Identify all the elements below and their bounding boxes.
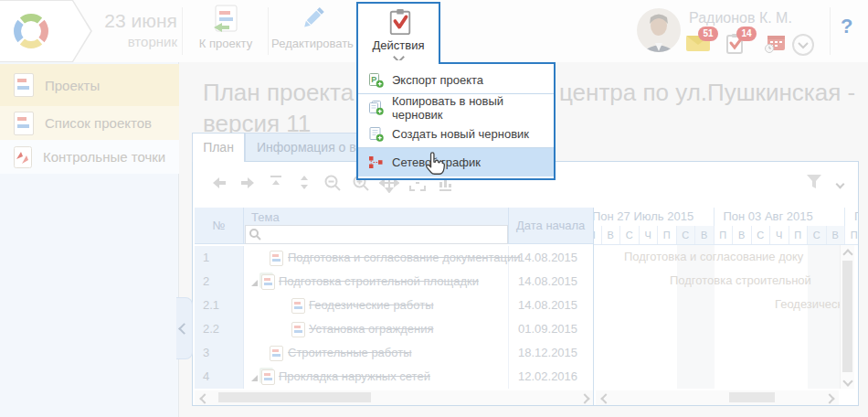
table-row[interactable]: 2 Подготовка строительной площадки 14.08… bbox=[195, 270, 594, 294]
sidebar-item-project-list[interactable]: Список проектов bbox=[0, 106, 179, 140]
pencil-icon bbox=[300, 5, 325, 32]
edit-button[interactable]: Редактировать bbox=[270, 0, 355, 62]
menu-item-export-project[interactable]: P Экспорт проекта bbox=[358, 66, 554, 93]
scrollbar-down-icon[interactable] bbox=[842, 376, 852, 386]
zoom-out-icon[interactable] bbox=[323, 173, 343, 193]
scrollbar-left-icon[interactable] bbox=[199, 393, 209, 403]
sidebar-item-projects[interactable]: Проекты bbox=[0, 64, 179, 106]
date-weekday: вторник bbox=[88, 33, 177, 51]
task-doc-icon bbox=[291, 322, 305, 337]
task-name: Строительные работы bbox=[288, 341, 412, 365]
divider bbox=[830, 7, 831, 55]
row-number: 2.2 bbox=[195, 317, 244, 341]
sidebar-item-milestones[interactable]: Контрольные точки bbox=[0, 140, 179, 174]
top-header: 23 июня вторник К проекту bbox=[0, 0, 868, 63]
user-name[interactable]: Радионов К. М. bbox=[689, 10, 844, 27]
task-doc-icon bbox=[270, 251, 283, 266]
milestones-icon bbox=[14, 146, 32, 168]
task-start-date: 12.02.2016 bbox=[509, 365, 594, 389]
task-doc-icon bbox=[291, 298, 305, 314]
gantt-panel: № Тема Дата начала 1 Подготовка bbox=[192, 161, 859, 406]
day-cell: С bbox=[808, 226, 827, 244]
expand-triangle-icon[interactable] bbox=[251, 375, 258, 381]
row-number: 4 bbox=[195, 365, 244, 389]
current-date: 23 июня вторник bbox=[88, 9, 177, 51]
dropdown-seam bbox=[358, 60, 439, 64]
user-photo bbox=[637, 8, 681, 52]
sidebar: Проекты Список проектов Контрольные точк… bbox=[0, 62, 179, 417]
scrollbar-right-icon[interactable] bbox=[824, 393, 834, 403]
row-number: 2.1 bbox=[195, 294, 244, 317]
task-start-date: 14.08.2015 bbox=[509, 294, 594, 317]
menu-item-network-diagram[interactable]: Сетевой график bbox=[358, 148, 554, 176]
week-header: Пон 03 Авг 2015 bbox=[715, 208, 846, 226]
theme-search-input[interactable] bbox=[245, 225, 508, 244]
scroll-right-icon[interactable] bbox=[238, 173, 258, 193]
app-window: 23 июня вторник К проекту bbox=[0, 0, 868, 417]
expand-triangle-icon[interactable] bbox=[251, 280, 258, 286]
task-doc-icon bbox=[270, 346, 283, 361]
app-logo[interactable] bbox=[0, 0, 92, 62]
week-header: Пон bbox=[845, 208, 858, 226]
task-start-date: 18.12.2015 bbox=[509, 341, 594, 365]
scroll-left-icon[interactable] bbox=[209, 173, 229, 193]
to-project-label: К проекту bbox=[185, 37, 267, 50]
table-row[interactable]: 2.2 Установка ограждения 01.09.2015 bbox=[195, 317, 594, 341]
menu-item-copy-to-draft[interactable]: Копировать в новый черновик bbox=[358, 94, 554, 121]
scrollbar-thumb[interactable] bbox=[842, 261, 852, 372]
sidebar-item-label: Проекты bbox=[45, 78, 100, 93]
day-cell: Ч bbox=[640, 226, 659, 244]
day-cell: Ч bbox=[770, 226, 789, 244]
actions-button[interactable]: Действия bbox=[356, 2, 440, 62]
gantt-bar-label: Геодезическ bbox=[775, 297, 842, 311]
task-name: Прокладка наружных сетей bbox=[279, 365, 430, 389]
table-row[interactable]: 1 Подготовка и согласование документации… bbox=[195, 246, 594, 270]
task-table: № Тема Дата начала 1 Подготовка bbox=[195, 208, 594, 405]
day-cell: П bbox=[789, 226, 809, 244]
row-number: 2 bbox=[195, 270, 244, 294]
sidebar-collapse-handle[interactable] bbox=[176, 297, 193, 359]
menu-item-create-draft[interactable]: Создать новый черновик bbox=[358, 121, 554, 147]
gantt-vertical-scrollbar[interactable] bbox=[840, 245, 854, 389]
mail-badge[interactable]: 51 bbox=[698, 27, 718, 41]
task-start-date: 01.09.2015 bbox=[509, 317, 594, 341]
scrollbar-thumb[interactable] bbox=[218, 392, 371, 402]
scrollbar-up-icon[interactable] bbox=[842, 249, 852, 259]
copy-draft-icon bbox=[368, 100, 384, 115]
filter-icon[interactable] bbox=[805, 174, 823, 190]
day-cell: П bbox=[658, 226, 677, 244]
day-cell: П bbox=[845, 226, 858, 244]
table-row[interactable]: 2.1 Геодезические работы 14.08.2015 bbox=[195, 294, 594, 317]
menu-item-label: Копировать в новый черновик bbox=[392, 94, 554, 122]
to-project-button[interactable]: К проекту bbox=[185, 0, 267, 62]
cycle-logo-icon bbox=[10, 10, 52, 52]
divider bbox=[268, 7, 269, 55]
menu-item-label: Создать новый черновик bbox=[392, 127, 529, 141]
table-horizontal-scrollbar[interactable] bbox=[195, 390, 594, 405]
help-button[interactable]: ? bbox=[841, 15, 852, 38]
scrollbar-thumb[interactable] bbox=[729, 392, 775, 402]
column-header-theme: Тема bbox=[244, 208, 509, 244]
tasks-badge[interactable]: 14 bbox=[736, 27, 757, 41]
project-document-icon bbox=[212, 5, 239, 34]
table-row[interactable]: 4 Прокладка наружных сетей 12.02.2016 bbox=[195, 365, 594, 389]
expand-rows-icon[interactable] bbox=[294, 173, 314, 193]
task-name: Геодезические работы bbox=[309, 294, 434, 317]
table-row[interactable]: 3 Строительные работы 18.12.2015 bbox=[195, 341, 594, 365]
avatar[interactable] bbox=[637, 8, 681, 52]
gantt-horizontal-scrollbar[interactable] bbox=[596, 390, 839, 405]
sidebar-item-label: Контрольные точки bbox=[43, 149, 165, 165]
filter-caret-icon[interactable] bbox=[836, 180, 845, 189]
tab-plan[interactable]: План bbox=[192, 133, 245, 162]
scrollbar-right-icon[interactable] bbox=[579, 393, 589, 403]
scrollbar-left-icon[interactable] bbox=[600, 393, 610, 403]
gantt-bar-label: Подготовка и согласование доку bbox=[624, 250, 803, 263]
collapse-rows-icon[interactable] bbox=[266, 173, 286, 193]
task-doc-icon bbox=[261, 274, 275, 290]
date-day: 23 июня bbox=[88, 9, 177, 33]
task-start-date: 14.08.2015 bbox=[509, 246, 594, 270]
task-doc-icon bbox=[261, 369, 275, 385]
collapse-header-icon[interactable] bbox=[791, 33, 815, 57]
calendar-clock-icon[interactable] bbox=[764, 35, 785, 53]
divider bbox=[182, 7, 183, 55]
